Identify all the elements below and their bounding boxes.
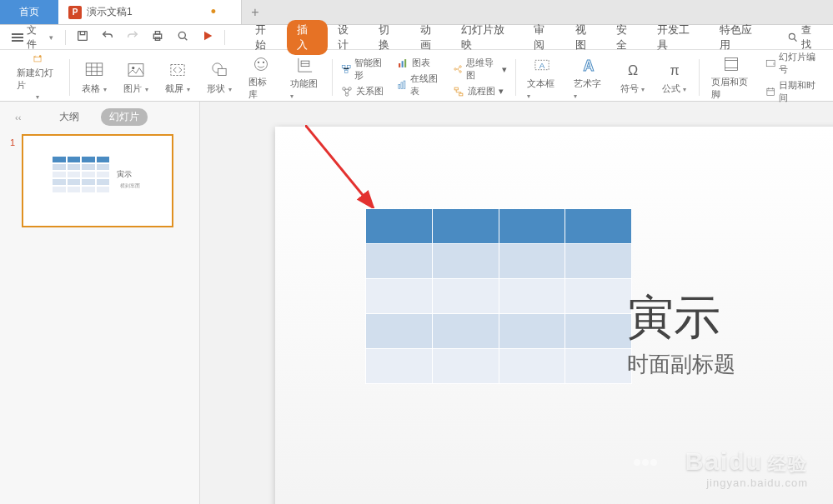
ribbon-screenshot[interactable]: 截屏 ▾ <box>157 54 198 101</box>
ribbon-chart[interactable]: 图表 <box>397 57 443 69</box>
svg-rect-47 <box>725 57 738 70</box>
headerfooter-icon <box>720 54 742 74</box>
unsaved-indicator: • <box>211 3 216 21</box>
mini-subtitle: 横到车面 <box>120 182 140 190</box>
menu-view[interactable]: 视图 <box>565 19 606 56</box>
ribbon-wordart[interactable]: A 艺术字 ▾ <box>565 54 612 101</box>
tab-slides[interactable]: 幻灯片 <box>101 108 148 126</box>
ribbon-headerfooter[interactable]: 页眉和页脚 <box>703 54 760 101</box>
table-icon <box>83 59 105 81</box>
print-icon[interactable] <box>151 29 164 46</box>
search-button[interactable]: 查找 <box>782 23 826 52</box>
svg-line-56 <box>305 125 374 208</box>
svg-point-30 <box>345 92 349 96</box>
ribbon-flowchart[interactable]: 流程图 ▾ <box>453 85 506 97</box>
slide-number: 1 <box>10 134 15 147</box>
slide-thumbnail-1[interactable]: 寅示 横到车面 <box>22 134 173 227</box>
ribbon-symbol[interactable]: Ω 符号 ▾ <box>612 54 654 101</box>
svg-rect-52 <box>767 88 775 95</box>
ribbon-funcchart[interactable]: 功能图 ▾ <box>282 54 329 101</box>
svg-point-21 <box>258 61 259 62</box>
ribbon-formula[interactable]: π 公式 ▾ <box>654 54 695 101</box>
svg-point-39 <box>459 71 461 72</box>
svg-rect-25 <box>342 66 345 68</box>
svg-rect-34 <box>399 84 400 88</box>
tab-home[interactable]: 首页 <box>0 0 58 24</box>
svg-rect-17 <box>171 65 184 76</box>
ribbon-new-slide[interactable]: + 新建幻灯片▾ <box>8 54 66 101</box>
svg-point-29 <box>348 87 351 90</box>
ribbon-relation[interactable]: 关系图 <box>341 85 387 97</box>
tab-document-label: 演示文稿1 <box>87 5 133 19</box>
svg-rect-31 <box>399 63 400 67</box>
file-menu-label: 文件 <box>27 23 47 52</box>
ribbon-iconlib[interactable]: 图标库 <box>240 54 282 101</box>
ribbon-table[interactable]: 表格 ▾ <box>73 54 115 101</box>
svg-rect-41 <box>459 93 463 96</box>
preview-icon[interactable] <box>176 29 189 46</box>
svg-text:π: π <box>670 62 679 77</box>
slide-canvas-area[interactable]: 寅示 时面副标题 Baidu经验 jingyan.baidu.com <box>200 102 833 504</box>
svg-rect-0 <box>78 31 88 40</box>
menu-insert[interactable]: 插入 <box>287 20 328 55</box>
svg-rect-27 <box>344 70 348 72</box>
svg-point-38 <box>459 66 461 67</box>
svg-rect-36 <box>404 81 405 88</box>
wordart-icon: A <box>578 54 600 76</box>
ribbon-shape[interactable]: 形状 ▾ <box>198 54 240 101</box>
ribbon-image[interactable]: 图片 ▾ <box>115 54 157 101</box>
formula-icon: π <box>664 59 685 81</box>
play-icon[interactable] <box>201 29 214 46</box>
tab-outline[interactable]: 大纲 <box>51 108 88 126</box>
chart-icon <box>397 57 409 69</box>
onlinechart-icon <box>397 79 407 91</box>
svg-text:A: A <box>539 61 545 70</box>
mini-title: 寅示 <box>117 169 132 180</box>
main-menu: 开始 插入 设计 切换 动画 幻灯片放映 审阅 视图 安全 开发工具 特色应用 <box>245 19 771 56</box>
menu-slideshow[interactable]: 幻灯片放映 <box>451 19 524 56</box>
hamburger-icon <box>12 33 23 42</box>
svg-rect-32 <box>402 61 404 67</box>
flowchart-icon <box>453 86 464 97</box>
presentation-icon: P <box>68 6 82 19</box>
iconlib-icon <box>250 54 272 74</box>
svg-point-28 <box>342 87 345 90</box>
menu-review[interactable]: 审阅 <box>524 19 565 56</box>
svg-rect-35 <box>401 82 403 88</box>
slide-canvas[interactable]: 寅示 时面副标题 <box>275 127 833 504</box>
textbox-icon: A <box>531 54 553 76</box>
menu-devtools[interactable]: 开发工具 <box>647 19 710 56</box>
ribbon-textbox[interactable]: A 文本框 ▾ <box>519 54 565 101</box>
new-slide-icon: + <box>27 54 48 65</box>
ribbon-slidenum[interactable]: #幻灯片编号 <box>765 51 820 76</box>
svg-rect-3 <box>156 31 160 33</box>
svg-point-16 <box>132 67 134 69</box>
svg-text:Ω: Ω <box>628 62 638 77</box>
menu-start[interactable]: 开始 <box>245 19 286 56</box>
inserted-table[interactable] <box>365 208 632 384</box>
menu-design[interactable]: 设计 <box>328 19 369 56</box>
menu-special[interactable]: 特色应用 <box>710 19 772 56</box>
collapse-pane-icon[interactable]: ‹‹ <box>15 112 21 122</box>
ribbon-datetime[interactable]: 日期和时间 <box>765 79 820 104</box>
save-icon[interactable] <box>76 29 89 46</box>
ribbon-onlinechart[interactable]: 在线图表 <box>397 72 443 97</box>
svg-point-37 <box>454 68 456 70</box>
ribbon-mindmap[interactable]: 思维导图 ▾ <box>453 57 506 82</box>
ribbon-smartart[interactable]: 智能图形 <box>341 57 387 82</box>
svg-rect-33 <box>404 59 406 67</box>
redo-icon[interactable] <box>126 29 139 46</box>
shape-icon <box>208 59 230 81</box>
undo-icon[interactable] <box>101 29 114 46</box>
file-menu[interactable]: 文件 ▾ <box>7 23 58 52</box>
menu-transition[interactable]: 切换 <box>369 19 409 56</box>
svg-point-5 <box>179 32 186 38</box>
svg-rect-19 <box>218 68 226 75</box>
tab-document[interactable]: P 演示文稿1 • <box>58 0 242 24</box>
slide-title[interactable]: 寅示 <box>627 287 720 350</box>
svg-point-20 <box>254 57 267 70</box>
menu-security[interactable]: 安全 <box>606 19 647 56</box>
funcchart-icon <box>294 54 316 76</box>
slide-subtitle[interactable]: 时面副标题 <box>627 350 735 379</box>
menu-animation[interactable]: 动画 <box>410 19 451 56</box>
